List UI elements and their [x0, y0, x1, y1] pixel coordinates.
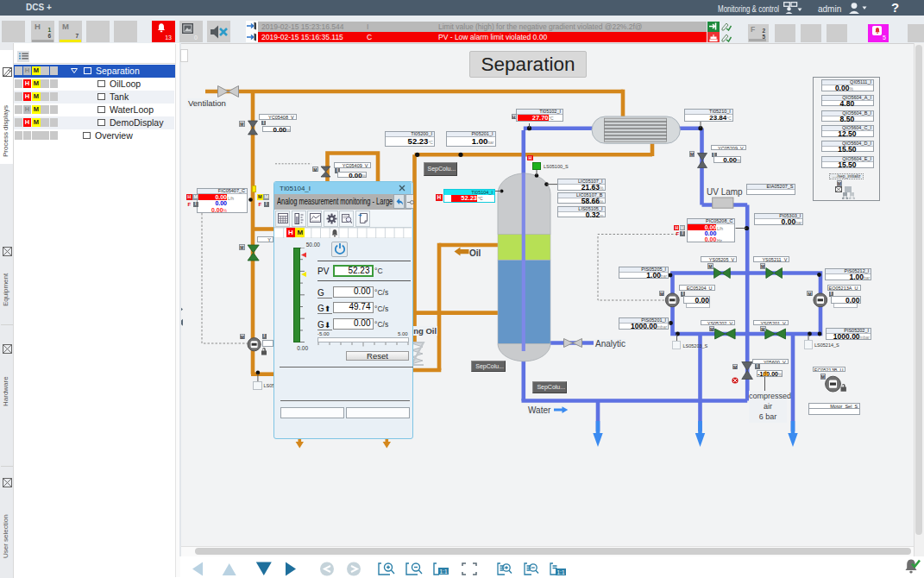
svg-text:1:1: 1:1 [557, 569, 565, 575]
svg-text:1:1: 1:1 [440, 569, 448, 575]
